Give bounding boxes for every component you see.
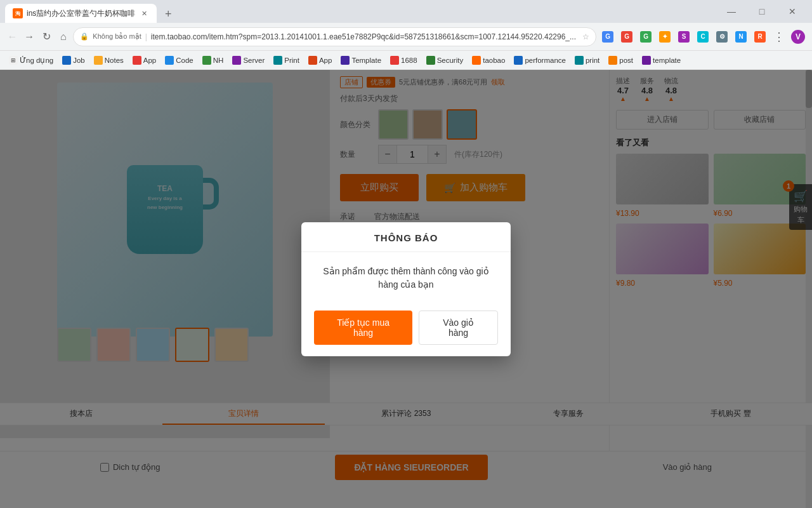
- bookmark-notes[interactable]: Notes: [90, 55, 128, 66]
- not-secure-label: Không bảo mật: [93, 32, 141, 41]
- bookmark-taobao[interactable]: taobao: [468, 55, 509, 66]
- bookmark-favicon-server: [232, 56, 241, 65]
- bookmark-template[interactable]: Template: [337, 55, 385, 66]
- bookmark-favicon-ung-dung: ⊞: [9, 56, 18, 65]
- maximize-button[interactable]: □: [747, 1, 776, 22]
- bookmark-post[interactable]: post: [605, 55, 637, 66]
- ext-icon-4[interactable]: ✦: [656, 28, 674, 46]
- bookmark-favicon-performance: [514, 56, 523, 65]
- bookmark-ung-dung[interactable]: ⊞ Ứng dụng: [5, 55, 57, 66]
- bookmark-label-server: Server: [243, 57, 265, 64]
- bookmark-nh[interactable]: NH: [199, 55, 228, 66]
- bookmark-code[interactable]: Code: [161, 55, 197, 66]
- chrome-menu-icon[interactable]: ⋮: [770, 28, 788, 46]
- modal-body: Sản phẩm được thêm thành công vào giỏ hà…: [301, 252, 511, 304]
- bookmark-favicon-print: [273, 56, 282, 65]
- bookmark-favicon-1688: [390, 56, 399, 65]
- ext-icon-3[interactable]: G: [637, 28, 655, 46]
- bookmark-print2[interactable]: print: [571, 55, 603, 66]
- bookmark-favicon-job: [62, 56, 71, 65]
- modal-dialog: THÔNG BÁO Sản phẩm được thêm thành công …: [301, 222, 511, 356]
- bookmark-label-app: App: [143, 57, 156, 64]
- modal-message: Sản phẩm được thêm thành công vào giỏ hà…: [323, 266, 488, 290]
- bookmark-favicon-code: [165, 56, 174, 65]
- close-window-button[interactable]: ✕: [778, 1, 807, 22]
- bookmark-favicon-taobao: [472, 56, 481, 65]
- bookmark-favicon-template: [341, 56, 350, 65]
- minimize-button[interactable]: —: [717, 1, 746, 22]
- ext-icon-gray: ⚙: [716, 31, 728, 43]
- url-separator: |: [145, 32, 147, 41]
- toolbar-icons: G G G ✦ S C ⚙ N R: [599, 28, 807, 46]
- new-tab-button[interactable]: +: [159, 5, 177, 23]
- user-avatar[interactable]: V: [789, 28, 807, 46]
- bookmark-label-job: Job: [73, 57, 85, 64]
- bookmark-label-print2: print: [586, 57, 599, 64]
- ext-icon-9[interactable]: R: [751, 28, 769, 46]
- modal-header: THÔNG BÁO: [301, 222, 511, 252]
- tab-favicon: 淘: [13, 8, 23, 18]
- bookmark-favicon-app: [133, 56, 141, 65]
- bookmark-label-taobao: taobao: [483, 57, 505, 64]
- ext-icon-red: G: [621, 31, 632, 43]
- forward-button[interactable]: →: [22, 28, 37, 46]
- bookmark-1688[interactable]: 1688: [386, 55, 421, 66]
- title-bar: 淘 ins茄约办公室带盖勺牛奶杯咖啡 ✕ + — □ ✕: [0, 0, 812, 23]
- browser-frame: 淘 ins茄约办公室带盖勺牛奶杯咖啡 ✕ + — □ ✕ ← → ↻ ⌂ 🔒 K…: [0, 0, 812, 508]
- ext-icon-7[interactable]: ⚙: [713, 28, 731, 46]
- ext-icon-8[interactable]: N: [732, 28, 750, 46]
- user-icon: V: [791, 30, 805, 44]
- bookmark-security[interactable]: Security: [422, 55, 468, 66]
- bookmark-favicon-nh: [202, 56, 211, 65]
- bookmark-print[interactable]: Print: [270, 55, 303, 66]
- tab-close-button[interactable]: ✕: [139, 8, 149, 18]
- ext-icon-deeporange: R: [754, 31, 766, 43]
- active-tab[interactable]: 淘 ins茄约办公室带盖勺牛奶杯咖啡 ✕: [5, 4, 157, 23]
- bookmark-app2[interactable]: App: [304, 55, 336, 66]
- ext-icon-6[interactable]: C: [694, 28, 712, 46]
- bookmark-app[interactable]: App: [129, 55, 160, 66]
- bookmark-label-code: Code: [176, 57, 193, 64]
- address-bar[interactable]: 🔒 Không bảo mật | item.taobao.com/item.h…: [73, 27, 596, 46]
- bookmark-star-icon[interactable]: ☆: [582, 32, 589, 41]
- bookmark-performance[interactable]: performance: [510, 55, 570, 66]
- bookmark-favicon-notes: [94, 56, 103, 65]
- bookmark-label-nh: NH: [213, 57, 224, 64]
- bookmarks-bar: ⊞ Ứng dụng Job Notes App Code NH Server: [0, 51, 812, 70]
- bookmark-label-security: Security: [437, 57, 464, 64]
- bookmark-favicon-post: [608, 56, 617, 65]
- taobao-page: TEAEvery day is anew beginning: [0, 70, 812, 508]
- bookmark-favicon-app2: [308, 56, 317, 65]
- ext-icon-purple: S: [678, 31, 690, 43]
- bookmark-label-print: Print: [284, 57, 299, 64]
- bookmark-job[interactable]: Job: [58, 55, 89, 66]
- toolbar: ← → ↻ ⌂ 🔒 Không bảo mật | item.taobao.co…: [0, 23, 812, 51]
- bookmark-favicon-security: [426, 56, 435, 65]
- lock-icon: 🔒: [80, 32, 89, 41]
- back-button[interactable]: ←: [5, 28, 20, 46]
- tab-area: 淘 ins茄约办公室带盖勺牛奶杯咖啡 ✕ +: [5, 0, 712, 23]
- bookmark-label-post: post: [619, 57, 633, 64]
- continue-shopping-button[interactable]: Tiếp tục mua hàng: [314, 311, 412, 345]
- tab-title: ins茄约办公室带盖勺牛奶杯咖啡: [27, 8, 135, 19]
- reload-button[interactable]: ↻: [39, 28, 54, 46]
- ext-icon-2[interactable]: G: [618, 28, 636, 46]
- ext-icon-orange: ✦: [659, 31, 671, 43]
- bookmark-label-ung-dung: Ứng dụng: [20, 56, 53, 65]
- bookmark-favicon-print2: [575, 56, 584, 65]
- modal-title: THÔNG BÁO: [374, 232, 438, 243]
- ext-icon-5[interactable]: S: [675, 28, 693, 46]
- bookmark-label-performance: performance: [525, 57, 566, 64]
- ext-icon-green: G: [640, 31, 652, 43]
- window-controls: — □ ✕: [717, 1, 807, 22]
- view-cart-button[interactable]: Vào giỏ hàng: [419, 311, 498, 345]
- bookmark-label-app2: App: [319, 57, 332, 64]
- bookmark-template2[interactable]: template: [638, 55, 684, 66]
- home-button[interactable]: ⌂: [56, 28, 70, 46]
- bookmark-label-1688: 1688: [401, 57, 417, 64]
- ext-icon-1[interactable]: G: [599, 28, 617, 46]
- bookmark-label-template: Template: [351, 57, 381, 64]
- ext-icon-cyan: C: [697, 31, 709, 43]
- bookmark-server[interactable]: Server: [228, 55, 268, 66]
- bookmark-label-template2: template: [653, 57, 681, 64]
